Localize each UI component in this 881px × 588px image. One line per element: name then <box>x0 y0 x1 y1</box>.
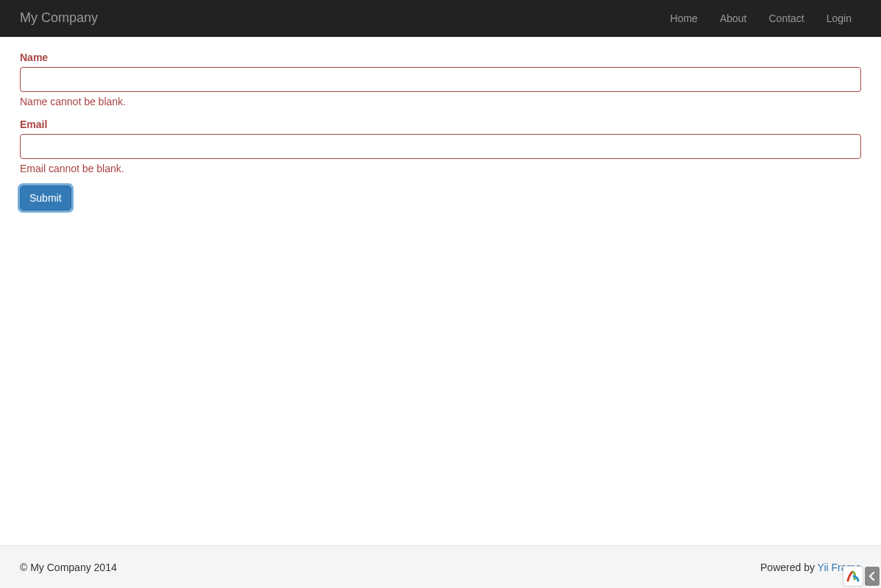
email-error: Email cannot be blank. <box>20 163 861 174</box>
name-input[interactable] <box>20 67 861 92</box>
submit-button[interactable]: Submit <box>20 185 71 210</box>
nav-login[interactable]: Login <box>815 1 863 35</box>
debug-toolbar <box>843 566 880 587</box>
brand-link[interactable]: My Company <box>11 10 98 26</box>
footer-copyright: © My Company 2014 <box>20 562 117 573</box>
form-group-email: Email Email cannot be blank. <box>20 118 861 174</box>
toolbar-toggle-icon[interactable] <box>865 567 880 586</box>
nav-contact[interactable]: Contact <box>757 1 815 35</box>
footer: © My Company 2014 Powered by Yii Frame <box>0 545 881 588</box>
navbar: My Company Home About Contact Login <box>0 0 881 37</box>
entry-form: Name Name cannot be blank. Email Email c… <box>20 52 861 210</box>
nav-home[interactable]: Home <box>659 1 709 35</box>
nav-list: Home About Contact Login <box>659 13 870 24</box>
yii-logo-icon[interactable] <box>843 566 863 587</box>
nav-about[interactable]: About <box>709 1 758 35</box>
powered-prefix: Powered by <box>760 562 818 573</box>
form-group-name: Name Name cannot be blank. <box>20 52 861 107</box>
name-label: Name <box>20 52 48 63</box>
email-label: Email <box>20 118 47 130</box>
main-container: Name Name cannot be blank. Email Email c… <box>0 37 881 236</box>
form-group-submit: Submit <box>20 185 861 210</box>
name-error: Name cannot be blank. <box>20 96 861 107</box>
email-input[interactable] <box>20 134 861 159</box>
